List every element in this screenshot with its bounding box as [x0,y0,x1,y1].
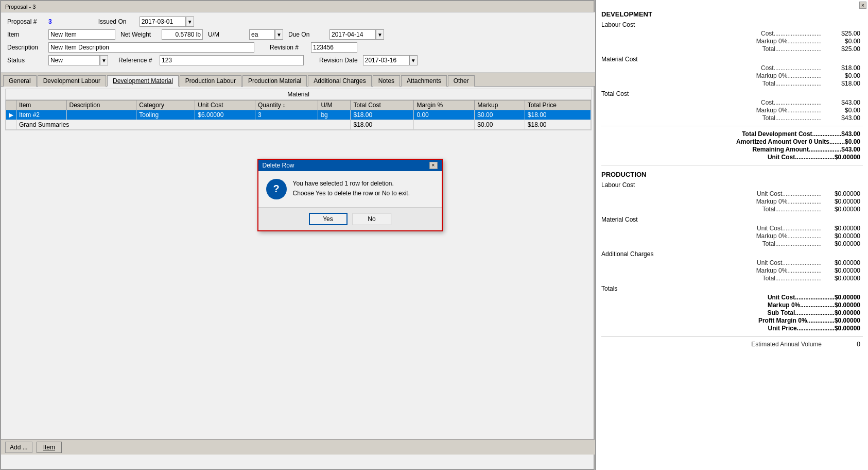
dev-labour-markup-value: $0.00 [824,38,860,45]
totals-title: Totals [601,285,863,292]
production-title: PRODUCTION [601,171,863,178]
dev-summary-unit-cost-label: Unit Cost....................... [768,154,835,161]
prod-totals-subtotal-value: $0.00000 [835,309,860,316]
dev-summary-remaining-label: Remaining Amount................... [752,146,841,153]
dev-labour-cost-label: Cost............................ [601,30,824,37]
prod-material-unit-cost-label: Unit Cost....................... [601,225,824,232]
prod-totals-unit-cost-value: $0.00000 [835,294,860,301]
dev-labour-total-label: Total........................... [601,45,824,53]
dev-summary-remaining-value: $43.00 [841,146,860,153]
dev-total-cost-value: $43.00 [824,99,860,106]
prod-totals-subtotal-line: Sub Total....................... $0.0000… [601,309,863,316]
estimated-annual-label: Estimated Annual Volume [601,341,824,348]
prod-material-total-value: $0.00000 [824,240,860,247]
prod-totals-profit-value: $0.00000 [835,317,860,324]
prod-material-unit-cost-line: Unit Cost....................... $0.0000… [601,225,863,232]
prod-totals-unit-price-line: Unit Price...................... $0.0000… [601,325,863,332]
prod-totals-unit-cost-line: Unit Cost....................... $0.0000… [601,294,863,301]
main-window: Proposal - 3 Proposal # 3 Issued On ▼ It… [0,0,595,470]
dev-summary-unit-cost-value: $0.00000 [835,154,860,161]
total-cost-title: Total Cost [601,90,863,97]
dev-summary-total-line: Total Development Cost................. … [601,130,863,138]
dev-material-cost-label: Cost............................ [601,64,824,72]
dev-total-total-label: Total........................... [601,114,824,122]
prod-additional-total-value: $0.00000 [824,275,860,282]
prod-labour-unit-cost-label: Unit Cost....................... [601,190,824,197]
dev-labour-cost-value: $25.00 [824,30,860,37]
prod-labour-markup-label: Markup 0%.................... [601,198,824,205]
delete-row-dialog: Delete Row × ? You have selected 1 row f… [257,159,443,231]
prod-labour-total-line: Total........................... $0.0000… [601,206,863,213]
dev-summary-unit-cost-line: Unit Cost....................... $0.0000… [601,154,863,161]
dev-total-markup-line: Markup 0%.................... $0.00 [601,107,863,114]
dev-summary-total-value: $43.00 [841,130,860,138]
prod-labour-total-value: $0.00000 [824,206,860,213]
prod-labour-total-label: Total........................... [601,206,824,213]
estimated-annual-value: 0 [824,341,860,348]
prod-additional-unit-cost-value: $0.00000 [824,259,860,266]
prod-material-total-line: Total........................... $0.0000… [601,240,863,247]
modal-overlay: Delete Row × ? You have selected 1 row f… [1,1,596,470]
prod-totals-markup-value: $0.00000 [835,301,860,309]
prod-totals-markup-line: Markup 0%.................... $0.00000 [601,301,863,309]
modal-message-line1: You have selected 1 row for deletion. [293,179,410,189]
prod-totals-unit-price-value: $0.00000 [835,325,860,332]
prod-additional-unit-cost-label: Unit Cost....................... [601,259,824,266]
dev-summary-amortized-value: $0.00 [845,138,860,145]
dev-labour-cost-line: Cost............................ $25.00 [601,30,863,37]
dev-labour-markup-line: Markup 0%.................... $0.00 [601,38,863,45]
prod-additional-markup-value: $0.00000 [824,267,860,274]
prod-labour-markup-value: $0.00000 [824,198,860,205]
prod-additional-unit-cost-line: Unit Cost....................... $0.0000… [601,259,863,266]
prod-labour-unit-cost-line: Unit Cost....................... $0.0000… [601,190,863,197]
dev-total-cost-line: Cost............................ $43.00 [601,99,863,106]
modal-close-button[interactable]: × [429,162,438,169]
prod-totals-unit-price-label: Unit Price...................... [768,325,835,332]
dev-material-markup-label: Markup 0%.................... [601,72,824,79]
prod-additional-markup-label: Markup 0%.................... [601,267,824,274]
dev-total-total-value: $43.00 [824,114,860,122]
dev-summary-amortized-line: Amortized Amount Over 0 Units......... $… [601,138,863,145]
development-title: DEVELOPMENT [601,10,863,18]
dev-material-total-value: $18.00 [824,80,860,87]
dev-material-markup-value: $0.00 [824,72,860,79]
dev-material-total-label: Total........................... [601,80,824,87]
right-panel: × DEVELOPMENT Labour Cost Cost..........… [595,0,868,470]
labour-cost-title: Labour Cost [601,21,863,28]
prod-totals-markup-label: Markup 0%.................... [768,301,835,309]
modal-yes-button[interactable]: Yes [309,213,348,225]
modal-title-bar: Delete Row × [258,160,442,171]
prod-totals-subtotal-label: Sub Total....................... [767,309,834,316]
dev-summary-amortized-label: Amortized Amount Over 0 Units......... [736,138,845,145]
prod-material-markup-line: Markup 0%.................... $0.00000 [601,232,863,240]
prod-material-title: Material Cost [601,216,863,223]
dev-total-cost-label: Cost............................ [601,99,824,106]
additional-charges-title: Additional Charges [601,250,863,258]
modal-body: ? You have selected 1 row for deletion. … [258,171,442,207]
prod-labour-title: Labour Cost [601,181,863,189]
dev-total-markup-value: $0.00 [824,107,860,114]
prod-labour-unit-cost-value: $0.00000 [824,190,860,197]
prod-additional-total-line: Total........................... $0.0000… [601,275,863,282]
prod-totals-unit-cost-label: Unit Cost....................... [768,294,835,301]
prod-labour-markup-line: Markup 0%.................... $0.00000 [601,198,863,205]
prod-totals-profit-label: Profit Margin 0%................ [758,317,835,324]
prod-material-total-label: Total........................... [601,240,824,247]
modal-no-button[interactable]: No [353,213,391,225]
dev-total-total-line: Total........................... $43.00 [601,114,863,122]
dev-material-total-line: Total........................... $18.00 [601,80,863,87]
prod-divider [601,165,863,165]
dev-material-cost-value: $18.00 [824,64,860,72]
dev-summary-remaining-line: Remaining Amount................... $43.… [601,146,863,153]
modal-buttons: Yes No [258,207,442,230]
dev-material-markup-line: Markup 0%.................... $0.00 [601,72,863,79]
dev-labour-markup-label: Markup 0%.................... [601,38,824,45]
dev-material-cost-line: Cost............................ $18.00 [601,64,863,72]
modal-title: Delete Row [263,162,294,169]
prod-additional-total-label: Total........................... [601,275,824,282]
modal-message-line2: Choose Yes to delete the row or No to ex… [293,189,410,198]
right-panel-close[interactable]: × [859,2,866,9]
prod-material-unit-cost-value: $0.00000 [824,225,860,232]
modal-message: You have selected 1 row for deletion. Ch… [293,179,410,198]
dev-labour-total-line: Total........................... $25.00 [601,45,863,53]
